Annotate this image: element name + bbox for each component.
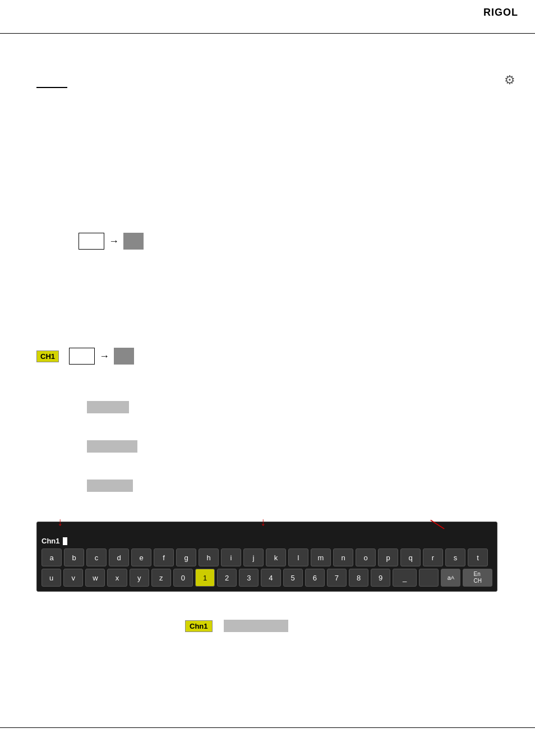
kb-row-2: u v w x y z 0 1 2 3 4 5 6 7 8 9 _ aA EnC…	[41, 569, 492, 587]
key-n[interactable]: n	[333, 548, 353, 566]
key-u[interactable]: u	[41, 569, 61, 587]
ch1-area: CH1 →	[36, 348, 134, 365]
arrow-icon-1: →	[109, 236, 119, 247]
arrow-icon-2: →	[99, 351, 109, 362]
key-1[interactable]: 1	[195, 569, 215, 587]
header: RIGOL	[0, 0, 535, 34]
key-a[interactable]: a	[41, 548, 62, 566]
key-f[interactable]: f	[154, 548, 174, 566]
kb-input-label: Chn1	[41, 537, 63, 545]
key-l[interactable]: l	[288, 548, 308, 566]
key-7[interactable]: 7	[327, 569, 347, 587]
key-p[interactable]: p	[378, 548, 398, 566]
kb-cursor	[63, 537, 67, 545]
red-arrow-down-2: ↓	[260, 515, 266, 528]
key-aA[interactable]: aA	[441, 569, 460, 587]
red-arrow-down-1: ↓	[57, 515, 63, 528]
arrow-diagram-2: →	[69, 348, 134, 365]
key-6[interactable]: 6	[305, 569, 325, 587]
arrow-diagram-1: →	[79, 233, 144, 250]
key-i[interactable]: i	[221, 548, 241, 566]
kb-row-1: a b c d e f g h i j k l m n o p q r s t	[41, 548, 492, 566]
key-underscore[interactable]: _	[393, 569, 417, 587]
red-slash: ╲	[431, 517, 444, 533]
gray-block-1	[87, 401, 129, 413]
key-4[interactable]: 4	[261, 569, 280, 587]
key-5[interactable]: 5	[283, 569, 303, 587]
key-9[interactable]: 9	[371, 569, 390, 587]
key-g[interactable]: g	[176, 548, 196, 566]
key-0[interactable]: 0	[173, 569, 193, 587]
key-3[interactable]: 3	[239, 569, 259, 587]
chn1-badge: Chn1	[185, 620, 213, 632]
key-o[interactable]: o	[356, 548, 376, 566]
key-q[interactable]: q	[400, 548, 421, 566]
gear-icon[interactable]: ⚙	[504, 73, 515, 87]
footer-line	[0, 727, 535, 729]
key-j[interactable]: j	[243, 548, 264, 566]
key-m[interactable]: m	[311, 548, 331, 566]
target-box-2	[114, 348, 134, 365]
gray-block-2	[87, 440, 137, 453]
section-underline	[36, 87, 67, 88]
key-k[interactable]: k	[266, 548, 286, 566]
kb-rows: a b c d e f g h i j k l m n o p q r s t …	[41, 548, 492, 587]
key-v[interactable]: v	[63, 569, 83, 587]
gray-block-3	[87, 480, 133, 492]
source-box-2	[69, 348, 95, 365]
key-y[interactable]: y	[130, 569, 149, 587]
key-c[interactable]: c	[86, 548, 107, 566]
key-w[interactable]: w	[85, 569, 105, 587]
ch1-badge: CH1	[36, 351, 59, 362]
key-d[interactable]: d	[109, 548, 129, 566]
key-2[interactable]: 2	[217, 569, 237, 587]
key-s[interactable]: s	[445, 548, 465, 566]
key-enter-ch[interactable]: EnCH	[463, 569, 492, 587]
key-r[interactable]: r	[423, 548, 443, 566]
key-z[interactable]: z	[151, 569, 171, 587]
key-e[interactable]: e	[131, 548, 151, 566]
kb-input-row: Chn1	[41, 537, 492, 545]
source-box-1	[79, 233, 104, 250]
rigol-logo: RIGOL	[483, 7, 518, 19]
key-t[interactable]: t	[468, 548, 488, 566]
bottom-area: Chn1	[185, 620, 288, 632]
key-b[interactable]: b	[64, 548, 84, 566]
key-8[interactable]: 8	[349, 569, 368, 587]
keyboard-panel: ↓ ↓ ╲ Chn1 a b c d e f g h i j k l m n o…	[36, 522, 497, 592]
target-box-1	[123, 233, 144, 250]
key-x[interactable]: x	[107, 569, 127, 587]
key-empty[interactable]	[419, 569, 439, 587]
bottom-gray-block	[224, 620, 288, 632]
key-h[interactable]: h	[199, 548, 219, 566]
